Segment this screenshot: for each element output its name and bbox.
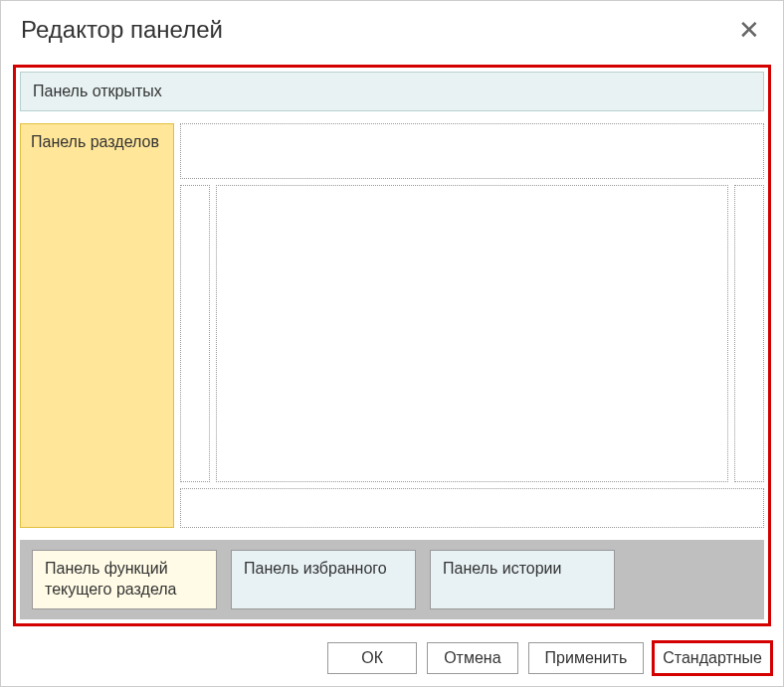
drop-zone-top[interactable]	[180, 123, 764, 179]
close-icon[interactable]: ✕	[735, 16, 763, 44]
chip-favorites-label: Панель избранного	[244, 559, 387, 580]
sections-panel-slot[interactable]: Панель разделов	[20, 123, 174, 528]
apply-button[interactable]: Применить	[528, 642, 645, 674]
layout-middle-row: Панель разделов	[20, 123, 764, 528]
drop-zone-left[interactable]	[180, 185, 210, 482]
open-panel-label: Панель открытых	[33, 83, 162, 99]
dialog-footer: ОК Отмена Применить Стандартные	[1, 634, 783, 686]
drop-zone-middle-row	[180, 185, 764, 482]
chip-history-panel[interactable]: Панель истории	[430, 550, 615, 609]
chip-functions-panel[interactable]: Панель функций текущего раздела	[32, 550, 217, 609]
chip-history-label: Панель истории	[443, 559, 561, 580]
ok-button[interactable]: ОК	[327, 642, 417, 674]
panel-editor-dialog: Редактор панелей ✕ Панель открытых Панел…	[0, 0, 784, 687]
drop-zone-right[interactable]	[734, 185, 764, 482]
open-panel-slot[interactable]: Панель открытых	[20, 72, 764, 111]
available-panels-tray: Панель функций текущего раздела Панель и…	[20, 540, 764, 619]
content-area	[180, 123, 764, 528]
drop-zone-bottom[interactable]	[180, 488, 764, 528]
sections-panel-label: Панель разделов	[31, 132, 163, 153]
dialog-title: Редактор панелей	[21, 16, 223, 44]
titlebar: Редактор панелей ✕	[1, 1, 783, 65]
drop-zone-center[interactable]	[216, 185, 728, 482]
chip-favorites-panel[interactable]: Панель избранного	[231, 550, 416, 609]
standard-button[interactable]: Стандартные	[654, 642, 771, 674]
chip-functions-label: Панель функций текущего раздела	[45, 559, 204, 601]
layout-canvas: Панель открытых Панель разделов Панель ф…	[13, 65, 771, 626]
cancel-button[interactable]: Отмена	[427, 642, 517, 674]
